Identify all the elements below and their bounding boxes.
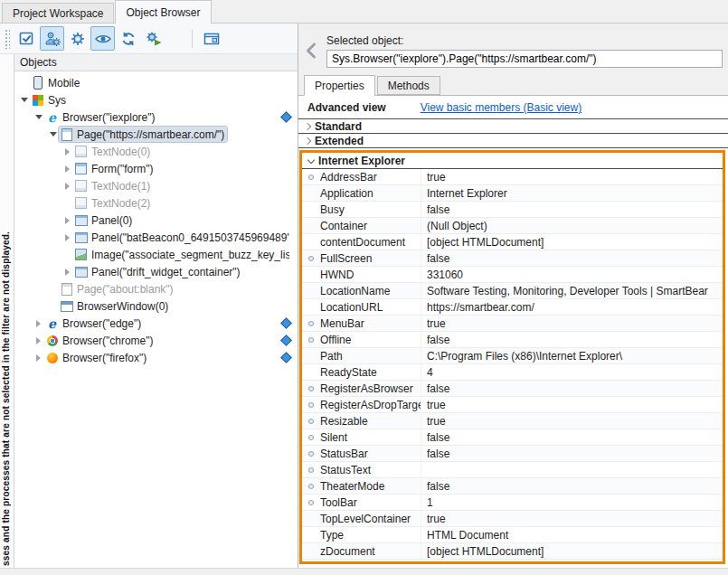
tree-node[interactable]: Panel("batBeacon0_6491503745969489") xyxy=(14,229,298,246)
section-extended[interactable]: Extended xyxy=(298,134,728,148)
property-row[interactable]: ToolBar 1 xyxy=(302,495,723,511)
show-objects-button[interactable] xyxy=(90,26,115,51)
selected-object-input[interactable] xyxy=(326,50,723,68)
expand-arrow[interactable] xyxy=(61,160,73,177)
tree-node[interactable]: Page("about:blank") xyxy=(14,280,298,297)
property-row[interactable]: TheaterMode false xyxy=(302,478,723,495)
tree-node[interactable]: Browser("edge") xyxy=(14,315,298,332)
property-row[interactable]: Container (Null Object) xyxy=(302,218,723,234)
tree-node[interactable]: Page("https://smartbear.com/") xyxy=(14,126,298,143)
node-wrap: Panel("drift_widget_container") xyxy=(73,264,243,279)
property-row[interactable]: StatusText xyxy=(302,462,723,478)
tab-properties[interactable]: Properties xyxy=(304,75,375,96)
node-label: Sys xyxy=(48,94,66,107)
run-settings-button[interactable] xyxy=(141,26,165,51)
expand-arrow[interactable] xyxy=(61,212,73,229)
expand-arrow[interactable] xyxy=(33,315,44,332)
expand-arrow[interactable] xyxy=(61,229,73,246)
back-button[interactable] xyxy=(300,39,324,62)
property-row[interactable]: zDocument [object HTMLDocument] xyxy=(302,543,723,560)
section-internet-explorer[interactable]: Internet Explorer xyxy=(302,153,723,169)
expand-arrow[interactable] xyxy=(33,332,44,349)
tab-label: Object Browser xyxy=(126,6,200,19)
tree-node[interactable]: Panel("drift_widget_container") xyxy=(14,263,298,280)
highlight-object-button[interactable] xyxy=(14,26,39,51)
property-row[interactable]: RegisterAsDropTarget true xyxy=(302,397,723,413)
property-row[interactable]: LocationURL https://smartbear.com/ xyxy=(302,299,723,316)
tree-node[interactable]: Mobile xyxy=(14,74,298,91)
expand-arrow[interactable] xyxy=(18,74,30,91)
section-title: Extended xyxy=(315,135,364,147)
tree-node[interactable]: Browser("firefox") xyxy=(14,349,298,366)
tree-node[interactable]: Sys xyxy=(14,91,298,108)
property-row[interactable]: contentDocument [object HTMLDocument] xyxy=(302,234,723,250)
property-row[interactable]: Application Internet Explorer xyxy=(302,185,723,202)
toolbar-grip-handle[interactable] xyxy=(5,29,10,49)
property-row[interactable]: AddressBar true xyxy=(302,169,723,185)
tree-node[interactable]: Browser("iexplore") xyxy=(14,108,298,126)
expand-arrow[interactable] xyxy=(47,297,59,315)
node-wrap: Page("about:blank") xyxy=(59,281,176,297)
node-label: BrowserWindow(0) xyxy=(77,300,168,313)
tree-node[interactable]: Image("associate_segment_buzz_key_liste xyxy=(14,246,298,263)
expand-arrow[interactable] xyxy=(47,280,59,297)
property-row[interactable]: Offline false xyxy=(302,332,723,348)
property-row[interactable]: Silent false xyxy=(302,429,723,446)
expand-arrow[interactable] xyxy=(61,143,73,160)
pick-target-icon[interactable] xyxy=(280,335,292,346)
expand-arrow[interactable] xyxy=(33,349,44,366)
tab-methods[interactable]: Methods xyxy=(377,76,440,95)
new-panel-button[interactable] xyxy=(199,26,223,51)
property-row[interactable]: Resizable true xyxy=(302,413,723,429)
property-value: false xyxy=(421,480,723,493)
tab-label: Methods xyxy=(388,80,430,92)
pick-target-icon[interactable] xyxy=(280,352,292,363)
track-process-button[interactable] xyxy=(40,26,64,51)
left-body: sses and the processes that are not sele… xyxy=(0,54,298,568)
expand-arrow[interactable] xyxy=(61,263,73,280)
property-row[interactable]: Type HTML Document xyxy=(302,527,723,543)
node-icon xyxy=(74,162,88,175)
expand-arrow[interactable] xyxy=(61,177,73,194)
tab-project-workspace[interactable]: Project Workspace xyxy=(2,3,114,24)
property-row[interactable]: LocationName Software Testing, Monitorin… xyxy=(302,283,723,299)
property-row[interactable]: RegisterAsBrowser false xyxy=(302,381,723,397)
section-standard[interactable]: Standard xyxy=(298,119,728,134)
tree-node[interactable]: Panel(0) xyxy=(14,212,298,229)
status-bar xyxy=(0,568,728,575)
tree-node[interactable]: TextNode(1) xyxy=(14,177,298,194)
pick-target-icon[interactable] xyxy=(280,317,292,329)
property-row[interactable]: StatusBar false xyxy=(302,446,723,462)
expand-arrow[interactable] xyxy=(61,194,73,212)
node-label: Panel("drift_widget_container") xyxy=(91,266,241,278)
object-browser-toolbar xyxy=(0,24,298,54)
tab-object-browser[interactable]: Object Browser xyxy=(115,0,211,24)
property-row[interactable]: Busy false xyxy=(302,202,723,218)
tree-node[interactable]: BrowserWindow(0) xyxy=(14,297,298,315)
tree-node[interactable]: Browser("chrome") xyxy=(14,332,298,349)
property-row[interactable]: Path C:\Program Files (x86)\Internet Exp… xyxy=(302,348,723,364)
inspector-tabbar: Properties Methods xyxy=(298,74,728,95)
property-row[interactable]: TopLevelContainer true xyxy=(302,511,723,527)
property-row[interactable]: FullScreen false xyxy=(302,250,723,267)
property-name: contentDocument xyxy=(320,234,421,250)
basic-view-link[interactable]: View basic members (Basic view) xyxy=(421,101,582,114)
property-row[interactable]: MenuBar true xyxy=(302,316,723,332)
expand-arrow[interactable] xyxy=(61,246,73,263)
property-row[interactable]: HWND 331060 xyxy=(302,267,723,283)
property-row[interactable]: ReadyState 4 xyxy=(302,364,723,381)
expand-arrow[interactable] xyxy=(18,91,30,108)
workspace-tabbar: Project Workspace Object Browser xyxy=(0,0,728,24)
tree-node[interactable]: TextNode(2) xyxy=(14,194,298,212)
pick-target-icon[interactable] xyxy=(280,111,292,123)
settings-button[interactable] xyxy=(65,26,90,51)
property-name: LocationURL xyxy=(320,299,421,315)
expand-arrow[interactable] xyxy=(33,108,44,126)
node-wrap: Image("associate_segment_buzz_key_liste xyxy=(73,247,292,262)
property-value: true xyxy=(421,317,723,330)
node-wrap: Browser("iexplore") xyxy=(44,109,158,125)
tree-node[interactable]: TextNode(0) xyxy=(14,143,298,160)
refresh-button[interactable] xyxy=(116,26,140,51)
tree-node[interactable]: Form("form") xyxy=(14,160,298,177)
expand-arrow[interactable] xyxy=(47,126,59,143)
